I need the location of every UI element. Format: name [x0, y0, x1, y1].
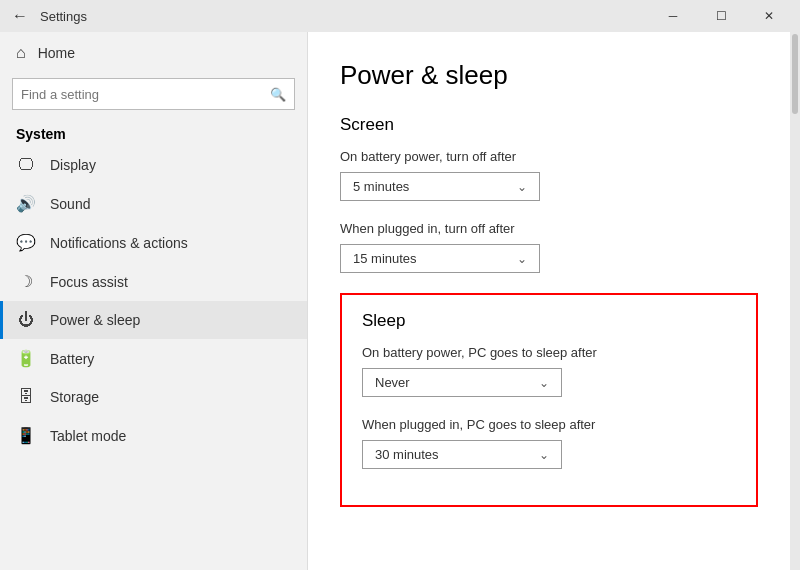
- sidebar-item-power[interactable]: ⏻ Power & sleep: [0, 301, 307, 339]
- notifications-icon: 💬: [16, 233, 36, 252]
- screen-section: Screen On battery power, turn off after …: [340, 115, 758, 273]
- sidebar-section-label: System: [0, 118, 307, 146]
- scrollbar[interactable]: [790, 32, 800, 570]
- screen-plugged-arrow: ⌄: [517, 252, 527, 266]
- sidebar-item-label: Battery: [50, 351, 94, 367]
- maximize-button[interactable]: ☐: [698, 0, 744, 32]
- screen-plugged-dropdown[interactable]: 15 minutes ⌄: [340, 244, 540, 273]
- power-icon: ⏻: [16, 311, 36, 329]
- sleep-battery-label: On battery power, PC goes to sleep after: [362, 345, 736, 360]
- minimize-button[interactable]: ─: [650, 0, 696, 32]
- home-label: Home: [38, 45, 75, 61]
- sleep-section: Sleep On battery power, PC goes to sleep…: [340, 293, 758, 507]
- screen-plugged-label: When plugged in, turn off after: [340, 221, 758, 236]
- back-button[interactable]: ←: [8, 4, 32, 28]
- window-controls: ─ ☐ ✕: [650, 0, 792, 32]
- sleep-plugged-arrow: ⌄: [539, 448, 549, 462]
- sidebar: ⌂ Home 🔍 System 🖵 Display 🔊 Sound 💬 Noti…: [0, 32, 308, 570]
- sleep-battery-value: Never: [375, 375, 410, 390]
- close-button[interactable]: ✕: [746, 0, 792, 32]
- screen-battery-value: 5 minutes: [353, 179, 409, 194]
- sleep-battery-arrow: ⌄: [539, 376, 549, 390]
- screen-battery-label: On battery power, turn off after: [340, 149, 758, 164]
- sidebar-item-home[interactable]: ⌂ Home: [0, 32, 307, 74]
- sidebar-item-label: Storage: [50, 389, 99, 405]
- sleep-plugged-value: 30 minutes: [375, 447, 439, 462]
- search-box[interactable]: 🔍: [12, 78, 295, 110]
- sleep-section-title: Sleep: [362, 311, 736, 331]
- sidebar-item-notifications[interactable]: 💬 Notifications & actions: [0, 223, 307, 262]
- sidebar-item-label: Focus assist: [50, 274, 128, 290]
- sidebar-item-sound[interactable]: 🔊 Sound: [0, 184, 307, 223]
- sidebar-item-storage[interactable]: 🗄 Storage: [0, 378, 307, 416]
- sleep-plugged-dropdown[interactable]: 30 minutes ⌄: [362, 440, 562, 469]
- sound-icon: 🔊: [16, 194, 36, 213]
- sidebar-item-label: Notifications & actions: [50, 235, 188, 251]
- sidebar-item-label: Sound: [50, 196, 90, 212]
- page-title: Power & sleep: [340, 60, 758, 91]
- storage-icon: 🗄: [16, 388, 36, 406]
- battery-icon: 🔋: [16, 349, 36, 368]
- sidebar-item-battery[interactable]: 🔋 Battery: [0, 339, 307, 378]
- sidebar-item-label: Display: [50, 157, 96, 173]
- sidebar-item-tablet[interactable]: 📱 Tablet mode: [0, 416, 307, 455]
- main-content: Power & sleep Screen On battery power, t…: [308, 32, 790, 570]
- app-body: ⌂ Home 🔍 System 🖵 Display 🔊 Sound 💬 Noti…: [0, 32, 800, 570]
- window-title: Settings: [40, 9, 650, 24]
- search-input[interactable]: [21, 87, 270, 102]
- home-icon: ⌂: [16, 44, 26, 62]
- focus-icon: ☽: [16, 272, 36, 291]
- sleep-plugged-label: When plugged in, PC goes to sleep after: [362, 417, 736, 432]
- titlebar: ← Settings ─ ☐ ✕: [0, 0, 800, 32]
- sidebar-item-label: Power & sleep: [50, 312, 140, 328]
- sleep-battery-dropdown[interactable]: Never ⌄: [362, 368, 562, 397]
- screen-section-title: Screen: [340, 115, 758, 135]
- screen-battery-dropdown[interactable]: 5 minutes ⌄: [340, 172, 540, 201]
- screen-battery-arrow: ⌄: [517, 180, 527, 194]
- search-icon: 🔍: [270, 87, 286, 102]
- screen-plugged-value: 15 minutes: [353, 251, 417, 266]
- sidebar-item-display[interactable]: 🖵 Display: [0, 146, 307, 184]
- scrollbar-thumb[interactable]: [792, 34, 798, 114]
- tablet-icon: 📱: [16, 426, 36, 445]
- display-icon: 🖵: [16, 156, 36, 174]
- sidebar-item-label: Tablet mode: [50, 428, 126, 444]
- sidebar-item-focus[interactable]: ☽ Focus assist: [0, 262, 307, 301]
